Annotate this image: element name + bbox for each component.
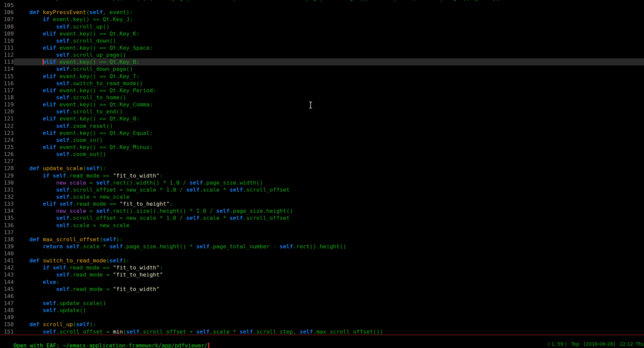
minibuffer-input[interactable]: ~/emacs-application-framework/app/pdfvie… [63, 342, 208, 348]
code-line[interactable]: 128 def update_scale(self): [0, 165, 644, 172]
code-line[interactable]: 138 def max_scroll_offset(self): [0, 236, 644, 243]
code-line[interactable]: 129 if self.read_mode == "fit_to_width": [0, 172, 644, 179]
code-token [16, 264, 43, 271]
code-text [14, 229, 644, 236]
status-time: 22:12 [619, 341, 633, 348]
code-line[interactable]: 131 self.scroll_offset = new_scale * 1.0… [0, 186, 644, 193]
line-number: 120 [0, 108, 14, 115]
line-number: 147 [0, 300, 14, 307]
code-line[interactable]: 126 self.zoom_out() [0, 151, 644, 158]
line-number: 133 [0, 200, 14, 207]
code-token: event.key() == Qt.Key_T: [56, 73, 139, 80]
code-line[interactable]: 107 if event.key() == Qt.Key_J: [0, 16, 644, 23]
code-text: self.scroll_to_end() [14, 108, 644, 115]
code-line[interactable]: 148 self.update() [0, 307, 644, 314]
code-text: if event.key() == Qt.Key_J: [14, 16, 644, 23]
code-line[interactable]: 147 self.update_scale() [0, 300, 644, 307]
code-token: .rect().width() * 1.0 / [109, 180, 189, 186]
code-token: elif [43, 73, 56, 80]
code-line[interactable]: 118 self.scroll_to_home() [0, 94, 644, 101]
code-token [16, 23, 56, 30]
editor-text-cursor [43, 59, 44, 65]
code-text: self.switch_to_read_mode() [14, 80, 644, 87]
code-line[interactable]: 140 [0, 250, 644, 257]
code-line[interactable]: 132 self.scale = new_scale [0, 193, 644, 200]
code-line[interactable]: 109 elif event.key() == Qt.Key_K: [0, 30, 644, 37]
code-token: keyPressEvent [43, 9, 86, 15]
code-text: elif event.key() == Qt.Key_Period: [14, 87, 644, 94]
code-line[interactable]: 120 self.scroll_to_end() [0, 108, 644, 115]
code-line[interactable]: 123 elif event.key() == Qt.Key_Equal: [0, 130, 644, 137]
line-number: 116 [0, 80, 14, 87]
code-line[interactable]: 137 [0, 229, 644, 236]
code-line[interactable]: 141 def switch_to_read_mode(self): [0, 257, 644, 264]
code-line[interactable]: 111 elif event.key() == Qt.Key_Space: [0, 44, 644, 51]
code-text: self.read_mode = "fit_to_height" [14, 271, 644, 278]
code-line[interactable]: 145 self.read_mode = "fit_to_width" [0, 286, 644, 293]
code-editor-buffer[interactable]: 104 painter.drawPixmap(QRect(0, (start_p… [0, 0, 644, 335]
code-line[interactable]: 149 [0, 314, 644, 321]
code-token: self [109, 257, 123, 264]
code-token [16, 16, 43, 22]
code-line[interactable]: 115 elif event.key() == Qt.Key_T: [0, 73, 644, 80]
code-line[interactable]: 134 new_scale = self.rect().size().heigh… [0, 207, 644, 214]
code-line[interactable]: 150 def scroll_up(self): [0, 321, 644, 328]
code-token [16, 279, 43, 285]
code-line[interactable]: 127 [0, 158, 644, 165]
code-token: .page_size.height() * [123, 243, 196, 250]
code-line[interactable]: 133 elif self.read_mode == "fit_to_heigh… [0, 200, 644, 207]
code-token: .switch_to_read_mode() [70, 80, 143, 87]
code-token: painter.drawPixmap(QRect(0, (start_page_… [16, 0, 500, 1]
code-line[interactable]: 114 self.scroll_down_page() [0, 65, 644, 72]
code-line[interactable]: 144 else: [0, 279, 644, 286]
code-token [16, 172, 43, 179]
code-line[interactable]: 143 self.read_mode = "fit_to_height" [0, 271, 644, 278]
code-line[interactable]: 112 self.scroll_up_page() [0, 51, 644, 58]
code-token: self [216, 208, 230, 214]
code-token: self [96, 180, 109, 186]
code-token: event.key() == Qt.Key_0: [56, 115, 139, 122]
code-token [16, 144, 43, 150]
line-number: 118 [0, 94, 14, 101]
code-line[interactable]: 117 elif event.key() == Qt.Key_Period: [0, 87, 644, 94]
code-token [16, 201, 43, 207]
code-token: scroll_up [43, 321, 73, 328]
line-number: 117 [0, 87, 14, 94]
code-text: if self.read_mode == "fit_to_width": [14, 264, 644, 271]
code-token: .scale * [210, 329, 239, 335]
code-token: if [43, 172, 49, 179]
code-line[interactable]: 122 self.zoom_reset() [0, 122, 644, 130]
code-token [16, 115, 43, 122]
code-token [16, 180, 56, 186]
code-line[interactable]: 119 elif event.key() == Qt.Key_Comma: [0, 101, 644, 108]
code-line[interactable]: 130 new_scale = self.rect().width() * 1.… [0, 179, 644, 186]
code-line[interactable]: 110 self.scroll_down() [0, 37, 644, 44]
line-number: 126 [0, 151, 14, 158]
code-line[interactable]: 125 elif event.key() == Qt.Key_Minus: [0, 144, 644, 151]
code-token [16, 151, 56, 157]
line-number: 149 [0, 314, 14, 321]
code-text: self.scale = new_scale [14, 193, 644, 200]
code-token [16, 194, 56, 200]
code-line[interactable]: 146 [0, 293, 644, 300]
code-line[interactable]: 106 def keyPressEvent(self, event): [0, 9, 644, 16]
code-line[interactable]: 113 elif event.key() == Qt.Key_B: [0, 58, 644, 65]
code-text: self.scroll_up() [14, 23, 644, 30]
code-line[interactable]: 142 if self.read_mode == "fit_to_width": [0, 264, 644, 271]
code-line[interactable]: 139 return self.scale * self.page_size.h… [0, 243, 644, 250]
status-date: [2018-06-28] [584, 341, 615, 348]
code-token: .read_mode == [73, 201, 120, 207]
code-line[interactable]: 136 self.scale = new_scale [0, 222, 644, 229]
code-line[interactable]: 121 elif event.key() == Qt.Key_0: [0, 115, 644, 122]
code-line[interactable]: 135 self.scroll_offset = new_scale * 1.0… [0, 214, 644, 221]
code-text: def switch_to_read_mode(self): [14, 257, 644, 264]
code-line[interactable]: 151 self.scroll_offset = min(self.scroll… [0, 328, 644, 335]
code-line[interactable]: 124 self.zoom_in() [0, 137, 644, 144]
code-line[interactable]: 108 self.scroll_up() [0, 23, 644, 30]
code-token: self [56, 286, 70, 292]
code-line[interactable]: 116 self.switch_to_read_mode() [0, 80, 644, 87]
line-number: 123 [0, 130, 14, 137]
code-token: self [56, 123, 70, 129]
code-line[interactable]: 105 [0, 2, 644, 9]
code-token: self [56, 151, 70, 157]
